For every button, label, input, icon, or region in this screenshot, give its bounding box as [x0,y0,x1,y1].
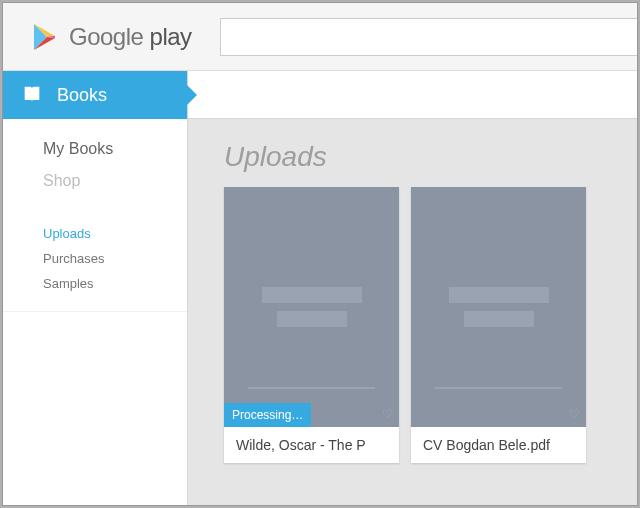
sidebar-item-shop[interactable]: Shop [3,165,187,197]
content-header-bar [188,71,637,119]
brand-text: Google play [69,23,192,51]
sidebar-item-purchases[interactable]: Purchases [3,246,187,271]
sidebar: Books My Books Shop Uploads Purchases Sa… [3,71,188,505]
placeholder-line [262,287,362,303]
sidebar-item-samples[interactable]: Samples [3,271,187,296]
play-triangle-icon [31,22,59,52]
card-grid: Processing… ♡ Wilde, Oscar - The P ♡ CV … [188,187,637,463]
sidebar-item-mybooks[interactable]: My Books [3,133,187,165]
sidebar-secondary-nav: Uploads Purchases Samples [3,207,187,310]
book-card[interactable]: Processing… ♡ Wilde, Oscar - The P [224,187,399,463]
placeholder-line [277,311,347,327]
placeholder-line [435,387,562,389]
book-icon [21,84,43,106]
book-title: CV Bogdan Bele.pdf [411,427,586,463]
processing-badge: Processing… [224,403,311,427]
placeholder-line [248,387,375,389]
search-input[interactable] [220,18,637,56]
book-card[interactable]: ♡ CV Bogdan Bele.pdf [411,187,586,463]
heart-icon: ♡ [569,407,580,421]
book-title: Wilde, Oscar - The P [224,427,399,463]
heart-icon: ♡ [382,407,393,421]
placeholder-line [449,287,549,303]
book-cover-placeholder: Processing… ♡ [224,187,399,427]
sidebar-primary-nav: My Books Shop [3,119,187,207]
main-content: Uploads Processing… ♡ Wilde, Oscar - The… [188,71,637,505]
section-title: Uploads [188,119,637,187]
play-logo[interactable]: Google play [31,22,192,52]
sidebar-section-books[interactable]: Books [3,71,187,119]
sidebar-section-label: Books [57,85,107,106]
app-header: Google play [3,3,637,71]
placeholder-line [464,311,534,327]
sidebar-item-uploads[interactable]: Uploads [3,221,187,246]
book-cover-placeholder: ♡ [411,187,586,427]
